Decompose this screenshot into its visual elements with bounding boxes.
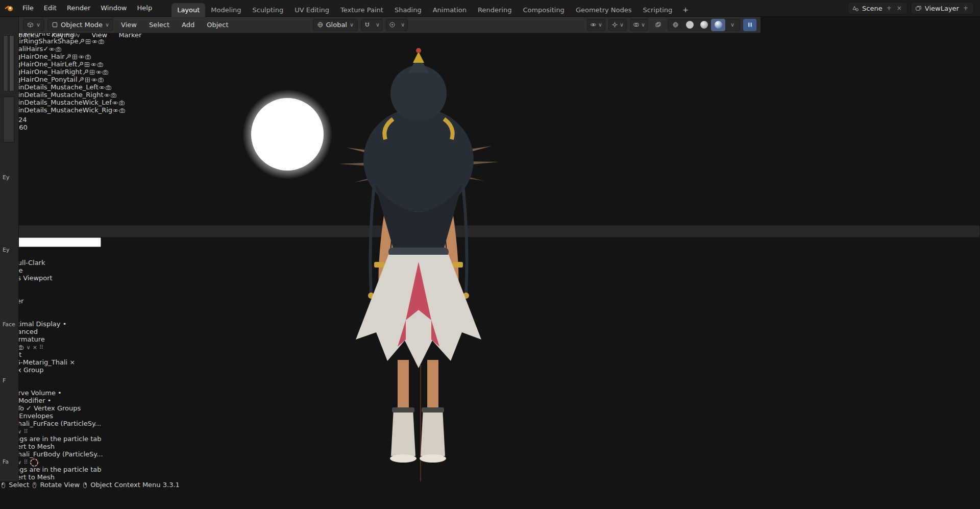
tab-modeling[interactable]: Modeling <box>205 3 247 17</box>
proportional-edit-controls: ∨ <box>386 19 408 31</box>
viewport-header: ∨ Object Mode ∨ View Select Add Object G… <box>19 17 761 33</box>
chevron-down-icon: ∨ <box>598 22 602 28</box>
character-thali <box>339 48 499 463</box>
snap-controls: ∨ <box>361 19 383 31</box>
chevron-down-icon: ∨ <box>401 22 405 28</box>
tab-rendering[interactable]: Rendering <box>472 3 517 17</box>
rendered-scene <box>19 33 761 481</box>
strip-truncated-label: Fa <box>3 458 9 465</box>
chevron-down-icon: ∨ <box>36 22 40 28</box>
strip-truncated-label: Face <box>3 321 15 328</box>
snap-toggle[interactable] <box>361 19 373 31</box>
chevron-down-icon: ∨ <box>641 22 645 28</box>
object-mode-icon <box>52 21 58 28</box>
strip-thumbnail <box>3 35 8 91</box>
view-layer-name: ViewLayer <box>925 5 959 12</box>
view-layer-selector[interactable]: ViewLayer + <box>911 2 974 14</box>
editor-type-selector[interactable]: ∨ <box>23 19 44 31</box>
transform-orientation-dropdown[interactable]: Global ∨ <box>313 19 358 31</box>
scene-selector[interactable]: Scene + × <box>848 2 908 14</box>
viewport-editor-icon <box>27 21 34 28</box>
eye-icon <box>590 21 597 28</box>
strip-truncated-label: Ey <box>3 247 9 253</box>
menu-window[interactable]: Window <box>95 2 132 14</box>
proportional-edit-toggle[interactable] <box>386 19 398 31</box>
orientation-label: Global <box>326 21 347 29</box>
menu-object[interactable]: Object <box>202 19 233 31</box>
gizmo-icon <box>611 21 618 28</box>
topbar-right: Scene + × ViewLayer + <box>848 2 976 14</box>
scene-icon <box>852 5 859 12</box>
chevron-down-icon: ∨ <box>730 22 734 28</box>
shading-material-button[interactable] <box>697 19 711 31</box>
workspace-tabs: Layout Modeling Sculpting UV Editing Tex… <box>172 0 693 17</box>
3d-cursor <box>29 457 40 468</box>
proportional-falloff-dropdown[interactable]: ∨ <box>398 19 407 31</box>
strip-thumbnail <box>3 96 14 142</box>
proportional-circle-icon <box>389 21 396 28</box>
shading-mode-group: ∨ <box>668 19 740 31</box>
tab-animation[interactable]: Animation <box>427 3 472 17</box>
mode-label: Object Mode <box>61 21 103 29</box>
add-workspace-button[interactable]: + <box>678 3 693 17</box>
tab-uv-editing[interactable]: UV Editing <box>289 3 335 17</box>
chevron-down-icon: ∨ <box>620 22 624 28</box>
gizmos-dropdown[interactable]: ∨ <box>608 19 627 31</box>
globe-icon <box>317 21 324 28</box>
tab-geometry-nodes[interactable]: Geometry Nodes <box>570 3 638 17</box>
shading-rendered-button[interactable] <box>711 19 725 31</box>
sun-light <box>251 98 324 171</box>
overlays-icon <box>633 21 640 28</box>
scene-name: Scene <box>862 5 883 12</box>
pause-icon <box>747 21 753 28</box>
strip-thumbnail <box>9 35 14 91</box>
tab-compositing[interactable]: Compositing <box>517 3 570 17</box>
magnet-icon <box>364 21 371 28</box>
tab-scripting[interactable]: Scripting <box>638 3 678 17</box>
rendered-sphere-icon <box>715 21 722 29</box>
tab-texture-paint[interactable]: Texture Paint <box>335 3 389 17</box>
viewport-editor: ∨ Object Mode ∨ View Select Add Object G… <box>19 17 761 481</box>
viewport-header-right: ∨ ∨ ∨ ∨ <box>587 19 756 31</box>
tab-shading[interactable]: Shading <box>389 3 427 17</box>
xray-icon <box>655 21 662 28</box>
object-visibility-dropdown[interactable]: ∨ <box>587 19 605 31</box>
solid-sphere-icon <box>686 21 694 29</box>
xray-toggle[interactable] <box>651 19 665 31</box>
blender-logo <box>4 4 14 12</box>
shading-solid-button[interactable] <box>682 19 697 31</box>
menu-add[interactable]: Add <box>177 19 199 31</box>
strip-truncated-label: F <box>3 377 6 384</box>
strip-truncated-label: Ey <box>3 174 9 181</box>
viewport-canvas[interactable]: User Perspective (24) Collection | Thali… <box>19 33 761 481</box>
menu-file[interactable]: File <box>17 2 39 14</box>
menu-view[interactable]: View <box>116 19 141 31</box>
pause-render-button[interactable] <box>743 19 756 31</box>
collapsed-side-editor[interactable]: Ey Ey Face F Fa <box>0 17 19 481</box>
menu-edit[interactable]: Edit <box>39 2 62 14</box>
material-sphere-icon <box>700 21 708 29</box>
tab-layout[interactable]: Layout <box>172 3 205 17</box>
overlays-dropdown[interactable]: ∨ <box>630 19 648 31</box>
chevron-down-icon: ∨ <box>376 22 380 28</box>
menu-help[interactable]: Help <box>132 2 158 14</box>
menu-select[interactable]: Select <box>144 19 174 31</box>
shading-wireframe-button[interactable] <box>668 19 682 31</box>
new-scene-button[interactable]: + <box>886 5 893 12</box>
snap-settings-dropdown[interactable]: ∨ <box>373 19 382 31</box>
wireframe-sphere-icon <box>672 21 679 28</box>
blender-window: File Edit Render Window Help Layout Mode… <box>0 0 980 509</box>
topbar: File Edit Render Window Help Layout Mode… <box>0 0 980 17</box>
unlink-scene-button[interactable]: × <box>896 5 903 12</box>
chevron-down-icon: ∨ <box>105 22 109 28</box>
tab-sculpting[interactable]: Sculpting <box>247 3 289 17</box>
menu-render[interactable]: Render <box>62 2 95 14</box>
left-editors: Ey Ey Face F Fa ∨ Object Mode ∨ View Sel… <box>0 17 761 499</box>
new-view-layer-button[interactable]: + <box>962 5 969 12</box>
mode-dropdown[interactable]: Object Mode ∨ <box>47 19 113 31</box>
shading-options-dropdown[interactable]: ∨ <box>725 19 740 31</box>
view-layer-icon <box>915 5 922 12</box>
chevron-down-icon: ∨ <box>350 22 354 28</box>
